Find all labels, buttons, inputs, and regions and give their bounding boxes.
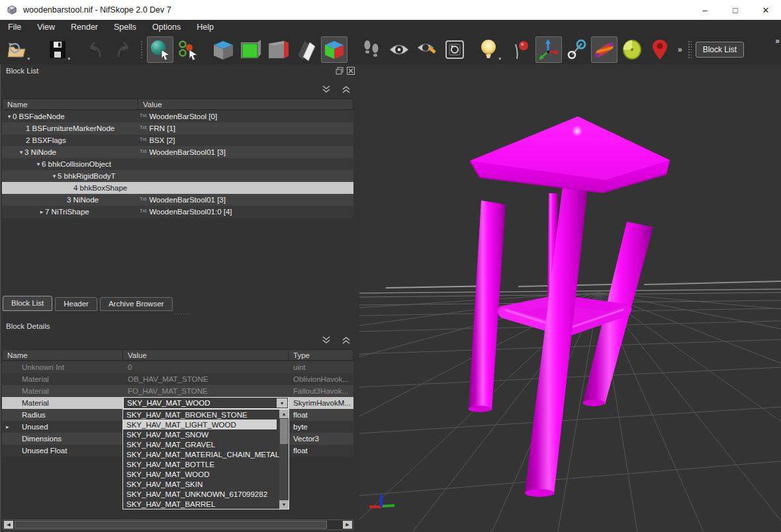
tree-row[interactable]: ▾3 NiNode TxtWoodenBarStool01 [3] — [2, 146, 353, 158]
dropdown-option[interactable]: SKY_HAV_MAT_BROKEN_STONE — [123, 410, 289, 420]
vertex-select-points-button[interactable] — [175, 36, 201, 63]
tree-row[interactable]: 1 BSFurnitureMarkerNode TxtFRN [1] — [2, 122, 353, 134]
axes-widget-button[interactable] — [535, 36, 562, 63]
expand-arrow-icon[interactable]: ▾ — [35, 161, 42, 167]
visibility-button[interactable] — [386, 36, 412, 63]
double-chevron-up-icon[interactable] — [342, 335, 351, 345]
scroll-up-icon[interactable]: ▲ — [279, 410, 289, 418]
scroll-down-icon[interactable]: ▼ — [279, 500, 289, 509]
tree-row[interactable]: ▾5 bhkRigidBodyT — [2, 170, 353, 182]
column-header-type[interactable]: Type — [289, 349, 353, 361]
node-link-button[interactable] — [563, 36, 590, 63]
tab-header[interactable]: Header — [55, 297, 97, 311]
block-name: 0 BSFadeNode — [13, 112, 65, 120]
location-pin-button[interactable] — [647, 36, 673, 63]
menu-spells[interactable]: Spells — [106, 20, 144, 34]
field-name: Radius — [2, 409, 123, 421]
column-header-value[interactable]: Value — [138, 99, 353, 110]
toolbar-separator — [140, 40, 144, 60]
walk-mode-button[interactable] — [358, 36, 385, 63]
material-combobox[interactable]: SKY_HAV_MAT_WOOD ▼ — [123, 397, 289, 409]
menu-view[interactable]: View — [29, 20, 63, 34]
toolbar-extension-icon[interactable]: » — [678, 45, 681, 54]
vertex-pin-button[interactable] — [508, 36, 534, 63]
expand-arrow-icon[interactable]: ▾ — [6, 113, 13, 120]
double-chevron-down-icon[interactable] — [322, 335, 331, 345]
scroll-thumb[interactable] — [15, 521, 327, 529]
menu-help[interactable]: Help — [189, 20, 222, 34]
panel-splitter-handle[interactable]: ······ — [169, 310, 196, 317]
show-side-face-button[interactable] — [265, 36, 292, 63]
open-reload-button[interactable]: ▾ — [4, 36, 30, 63]
close-panel-icon[interactable] — [347, 67, 355, 75]
close-button[interactable]: ✕ — [751, 0, 781, 20]
tab-block-list[interactable]: Block List — [3, 296, 52, 311]
toolbar: » ▾ ▾ — [0, 34, 781, 65]
detail-row[interactable]: Material OB_HAV_MAT_STONE OblivionHavok.… — [2, 373, 353, 385]
show-front-face-button[interactable] — [238, 36, 264, 63]
save-button[interactable]: ▾ — [44, 36, 71, 63]
dropdown-option[interactable]: SKY_HAV_MAT_MATERIAL_CHAIN_METAL — [123, 449, 289, 459]
block-name: 1 BSFurnitureMarkerNode — [26, 124, 115, 132]
tree-row[interactable]: ▾6 bhkCollisionObject — [2, 158, 353, 170]
tree-row[interactable]: 2 BSXFlags TxtBSX [2] — [2, 134, 353, 146]
screenshot-button[interactable] — [441, 36, 468, 63]
tab-archive-browser[interactable]: Archive Browser — [100, 297, 173, 311]
show-top-face-button[interactable] — [210, 36, 236, 63]
detail-row[interactable]: Unknown Int 0 uint — [2, 361, 353, 373]
expand-arrow-icon[interactable]: ▸ — [38, 208, 45, 215]
vertex-select-sphere-button[interactable] — [147, 36, 173, 63]
minimize-button[interactable]: – — [690, 0, 720, 20]
menu-options[interactable]: Options — [144, 20, 189, 34]
dropdown-option[interactable]: SKY_HAV_MAT_UNKNOWN_617099282 — [123, 489, 289, 499]
scroll-left-icon[interactable]: ◀ — [4, 521, 13, 529]
column-header-name[interactable]: Name — [2, 99, 138, 110]
maximize-button[interactable]: □ — [720, 0, 751, 20]
combobox-dropdown-arrow-icon[interactable]: ▼ — [277, 398, 287, 408]
rgb-cube-button[interactable] — [321, 36, 347, 63]
double-sided-button[interactable] — [293, 36, 320, 63]
scroll-right-icon[interactable]: ▶ — [343, 521, 352, 529]
lighting-dropdown-arrow-icon[interactable]: ▾ — [498, 56, 501, 62]
dropdown-option[interactable]: SKY_HAV_MAT_WOOD — [123, 469, 289, 479]
dropdown-option-highlighted[interactable]: SKY_HAV_MAT_LIGHT_WOOD — [123, 420, 277, 429]
undo-button[interactable] — [82, 36, 109, 63]
toolbar-overflow-icon[interactable]: » — [775, 36, 778, 46]
expand-arrow-icon[interactable]: ▾ — [18, 149, 24, 155]
save-dropdown-arrow-icon[interactable]: ▾ — [68, 56, 70, 62]
toolbar-block-list-button[interactable]: Block List — [696, 42, 744, 58]
open-dropdown-arrow-icon[interactable]: ▾ — [27, 56, 30, 62]
dropdown-option[interactable]: SKY_HAV_MAT_GRAVEL — [123, 439, 289, 449]
float-panel-icon[interactable] — [336, 67, 344, 75]
expand-arrow-icon[interactable]: ▾ — [51, 173, 58, 179]
tree-row[interactable]: ▸7 NiTriShape TxtWoodenBarStool01:0 [4] — [2, 206, 353, 218]
dropdown-option[interactable]: SKY_HAV_MAT_SKIN — [123, 479, 289, 489]
horizontal-scrollbar[interactable]: ◀ ▶ — [3, 519, 353, 530]
toolbar-grip-handle[interactable] — [688, 40, 692, 59]
tree-row-selected[interactable]: 4 bhkBoxShape — [2, 182, 353, 194]
scroll-thumb[interactable] — [280, 419, 288, 444]
render-viewport[interactable] — [359, 64, 781, 532]
time-button[interactable] — [619, 36, 645, 63]
column-header-name[interactable]: Name — [2, 349, 123, 361]
double-chevron-up-icon[interactable] — [342, 85, 351, 94]
menu-file[interactable]: File — [0, 20, 29, 34]
column-header-value[interactable]: Value — [123, 349, 289, 361]
open-reload-icon — [6, 39, 28, 60]
dropdown-option[interactable]: SKY_HAV_MAT_BARREL — [123, 499, 289, 509]
tree-row[interactable]: ▾0 BSFadeNode TxtWoodenBarStool [0] — [2, 111, 353, 122]
heatmap-bone-button[interactable] — [591, 36, 618, 63]
tree-row[interactable]: 3 NiNode TxtWoodenBarStool01 [3] — [2, 194, 353, 206]
detail-row[interactable]: Material FO_HAV_MAT_STONE Fallout3Havok.… — [2, 385, 353, 397]
lighting-button[interactable]: ▾ — [475, 36, 502, 63]
edit-visibility-button[interactable] — [414, 36, 440, 63]
detail-row-selected[interactable]: Material SKY_HAV_MAT_WOOD ▼ SkyrimHavokM… — [2, 397, 353, 409]
dropdown-option[interactable]: SKY_HAV_MAT_BOTTLE — [123, 459, 289, 469]
double-chevron-down-icon[interactable] — [322, 85, 331, 94]
menu-render[interactable]: Render — [63, 20, 106, 34]
title-bar: woodenbarstool.nif - NifSkope 2.0 Dev 7 … — [0, 0, 781, 20]
dropdown-scrollbar[interactable]: ▲ ▼ — [279, 410, 289, 509]
axes-widget-icon — [537, 38, 560, 61]
dropdown-option[interactable]: SKY_HAV_MAT_SNOW — [123, 429, 289, 439]
redo-button[interactable] — [110, 36, 136, 63]
